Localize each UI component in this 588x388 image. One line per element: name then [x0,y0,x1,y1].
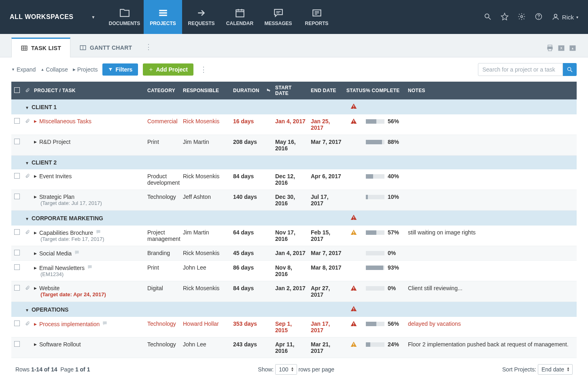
table-row[interactable]: ▶MIscellaneous TasksCommercialRick Mosen… [11,114,577,135]
table-row[interactable]: ▶Process implementation TechnologyHoward… [11,317,577,337]
row-checkbox[interactable] [14,321,20,326]
toolbar-more[interactable]: ⋮ [198,65,209,74]
col-status[interactable]: STATUS [344,82,363,99]
user-menu[interactable]: Rick ▾ [552,13,578,21]
row-checkbox[interactable] [14,118,20,124]
projects-link[interactable]: ▶Projects [73,66,98,73]
task-name[interactable]: ▶Social Media [34,250,142,257]
task-table: PROJECT / TASK CATEGORY RESPONSIBLE DURA… [11,82,577,358]
nav-reports[interactable]: REPORTS [297,0,336,34]
svg-text:▲: ▲ [571,46,574,50]
col-project-task[interactable]: PROJECT / TASK [32,82,145,99]
task-name[interactable]: ▶Process implementation [34,321,142,327]
tab-label: TASK LIST [31,45,61,51]
col-complete[interactable]: % COMPLETE [363,82,405,99]
comment-icon[interactable] [74,250,80,257]
progress: 56% [366,321,403,327]
search-input[interactable] [478,63,563,76]
task-name[interactable]: ▶Strategic Plan [34,194,142,200]
filters-button[interactable]: Filters [102,63,138,76]
tab-task-list[interactable]: TASK LIST [11,38,70,57]
cell-notes [405,190,577,211]
nav-requests[interactable]: REQUESTS [182,0,221,34]
col-notes[interactable]: NOTES [405,82,577,99]
table-row[interactable]: ▶Strategic Plan(Target date: Jul 17, 201… [11,190,577,211]
group-row[interactable]: ▼CLIENT 2 [11,156,577,170]
task-name[interactable]: ▶Event Invites [34,173,142,179]
row-checkbox[interactable] [14,229,20,235]
nav-documents[interactable]: DOCUMENTS [105,0,144,34]
nav-projects[interactable]: PROJECTS [144,0,182,34]
collapse-link[interactable]: ▲Collapse [40,66,68,73]
row-checkbox[interactable] [14,194,20,199]
table-row[interactable]: ▶Email Newsletters (EM1234)PrintJohn Lee… [11,261,577,281]
table-row[interactable]: ▶Website(Target date: Apr 24, 2017)Digit… [11,281,577,302]
col-end-date[interactable]: END DATE [308,82,344,99]
caret-down-icon: ▼ [91,15,96,19]
cell-end: Jul 17, 2017 [308,190,344,211]
row-checkbox[interactable] [14,264,20,270]
help-icon[interactable] [535,13,543,22]
row-checkbox[interactable] [14,250,20,255]
sort-select[interactable]: End date▲▼ [538,364,573,375]
task-subtitle: (EM1234) [34,271,142,277]
col-category[interactable]: CATEGORY [145,82,180,99]
export-icons: X ▲ [546,44,577,57]
table-row[interactable]: ▶Event InvitesProduct developmentRick Mo… [11,169,577,190]
triangle-right-icon: ▶ [34,140,37,144]
cell-duration: 243 days [231,337,264,358]
triangle-down-icon: ▼ [11,67,15,72]
row-checkbox[interactable] [14,285,20,291]
svg-point-32 [568,67,571,71]
table-row[interactable]: ▶R&D ProjectPrintJim Martin208 daysMay 1… [11,135,577,156]
paperclip-icon[interactable] [25,229,30,236]
row-checkbox[interactable] [14,173,20,179]
paperclip-icon[interactable] [25,321,30,327]
group-row[interactable]: ▼CLIENT 1 [11,99,577,114]
group-row[interactable]: ▼OPERATIONS [11,302,577,317]
task-name[interactable]: ▶R&D Project [34,139,142,145]
table-row[interactable]: ▶Software RolloutTechnologyJohn Lee243 d… [11,337,577,358]
row-checkbox[interactable] [14,341,20,347]
row-checkbox[interactable] [14,139,20,144]
task-name[interactable]: ▶Website [34,285,142,291]
workspace-selector[interactable]: ALL WORKSPACES ▼ [0,0,105,34]
cell-responsible: Jim Martin [180,226,231,246]
task-name[interactable]: ▶Email Newsletters [34,264,142,271]
print-icon[interactable] [546,44,554,52]
table-row[interactable]: ▶Social Media BrandingRick Mosenkis45 da… [11,246,577,261]
star-icon[interactable] [501,13,509,22]
table-row[interactable]: ▶Capabilities Brochure (Target date: Feb… [11,226,577,246]
svg-point-17 [538,18,539,19]
pdf-icon[interactable]: ▲ [569,44,577,52]
select-all-checkbox[interactable] [14,87,20,93]
comment-icon[interactable] [102,321,108,327]
task-name[interactable]: ▶MIscellaneous Tasks [34,118,142,124]
col-responsible[interactable]: RESPONSIBLE [180,82,231,99]
tab-more[interactable]: ⋮ [141,37,156,57]
comment-icon[interactable] [96,229,101,236]
excel-icon[interactable]: X [557,44,565,52]
task-name[interactable]: ▶Software Rollout [34,341,142,348]
search-icon[interactable] [484,13,492,22]
nav-calendar[interactable]: CALENDAR [221,0,259,34]
paperclip-icon[interactable] [25,285,30,291]
group-row[interactable]: ▼CORPORATE MARKETING [11,211,577,226]
task-name[interactable]: ▶Capabilities Brochure [34,229,142,236]
paperclip-icon[interactable] [25,118,30,124]
user-name: Rick [562,14,574,21]
tab-gantt-chart[interactable]: GANTT CHART [70,38,141,57]
progress: 0% [366,250,403,256]
comment-icon[interactable] [87,264,93,271]
add-project-button[interactable]: Add Project [143,63,193,76]
col-duration[interactable]: DURATION [231,82,264,99]
nav-messages[interactable]: MESSAGES [259,0,297,34]
gear-icon[interactable] [518,13,526,22]
expand-link[interactable]: ▼Expand [11,66,36,73]
paperclip-icon[interactable] [25,173,30,179]
rows-per-page-select[interactable]: 100▲▼ [275,364,297,375]
search-button[interactable] [563,63,577,76]
triangle-right-icon: ▶ [34,322,37,326]
triangle-right-icon: ▶ [34,231,37,235]
col-start-date[interactable]: START DATE [273,82,308,99]
